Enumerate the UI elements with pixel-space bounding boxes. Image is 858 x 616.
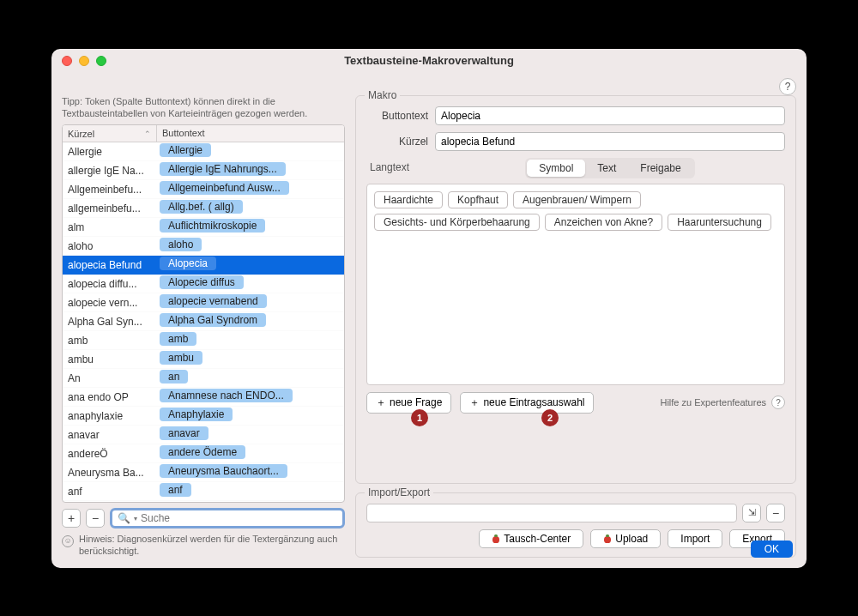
- table-row[interactable]: anavaranavar: [63, 426, 344, 444]
- window-title: Textbausteine-Makroverwaltung: [51, 54, 807, 67]
- traffic-lights: [51, 56, 106, 66]
- buttontext-token[interactable]: anavar: [160, 426, 208, 440]
- neue-frage-button[interactable]: ＋neue Frage: [366, 392, 451, 414]
- buttontext-token[interactable]: alopecie vernabend: [160, 294, 267, 308]
- hint-text: ☺ Hinweis: Diagnosenkürzel werden für di…: [62, 534, 345, 558]
- table-row[interactable]: anaphylaxieAnaphylaxie: [63, 407, 344, 426]
- import-button[interactable]: Import: [668, 529, 722, 548]
- kuerzel-cell: andereÖ: [63, 448, 157, 460]
- langtext-chip[interactable]: Kopfhaut: [448, 191, 508, 208]
- langtext-label: Langtext: [366, 158, 435, 173]
- table-row[interactable]: Alpha Gal Syn...Alpha Gal Syndrom: [63, 312, 344, 331]
- buttontext-cell: Anamnese nach ENDO...: [157, 388, 344, 406]
- tab-text[interactable]: Text: [585, 160, 628, 177]
- buttontext-token[interactable]: amb: [160, 332, 196, 346]
- buttontext-token[interactable]: aloho: [160, 238, 202, 251]
- table-row[interactable]: alopecie vern...alopecie vernabend: [63, 293, 344, 312]
- upload-button[interactable]: Upload: [590, 529, 661, 548]
- expert-help-button[interactable]: ?: [771, 396, 785, 409]
- table-row[interactable]: allgemeinbefu...Allg.bef. ( allg): [63, 199, 344, 218]
- search-input[interactable]: 🔍▾: [110, 508, 345, 528]
- table-row[interactable]: ambamb: [63, 331, 344, 350]
- buttontext-token[interactable]: Allergie: [160, 143, 211, 157]
- buttontext-token[interactable]: Allergie IgE Nahrungs...: [160, 162, 286, 176]
- kuerzel-cell: alopecia Befund: [63, 259, 157, 271]
- table-row[interactable]: allergie IgE Na...Allergie IgE Nahrungs.…: [63, 161, 344, 180]
- ok-button[interactable]: OK: [751, 541, 793, 558]
- tomato-icon: [603, 534, 612, 543]
- buttontext-label: Buttontext: [366, 110, 435, 122]
- kuerzel-cell: ambu: [63, 353, 157, 365]
- plus-icon: ＋: [376, 396, 386, 410]
- table-row[interactable]: anfanf: [63, 482, 344, 501]
- window: Textbausteine-Makroverwaltung ? Tipp: To…: [51, 49, 807, 568]
- buttontext-token[interactable]: Aneurysma Bauchaort...: [160, 464, 287, 478]
- buttontext-cell: Anaphylaxie: [157, 407, 344, 425]
- buttontext-cell: Alopecia: [157, 256, 344, 274]
- remove-button[interactable]: −: [86, 509, 105, 528]
- table-row[interactable]: ambuambu: [63, 350, 344, 369]
- buttontext-token[interactable]: Alpha Gal Syndrom: [160, 313, 266, 327]
- table-row[interactable]: AllergieAllergie: [63, 142, 344, 161]
- help-button[interactable]: ?: [779, 78, 796, 95]
- buttontext-token[interactable]: andere Ödeme: [160, 445, 245, 459]
- langtext-chip[interactable]: Anzeichen von Akne?: [545, 214, 662, 231]
- table-row[interactable]: andereÖandere Ödeme: [63, 444, 344, 463]
- browse-button[interactable]: ⇲: [742, 504, 761, 522]
- langtext-chip[interactable]: Gesichts- und Körperbehaarung: [374, 214, 540, 231]
- table-row[interactable]: almAuflichtmikroskopie: [63, 218, 344, 237]
- table-row[interactable]: alopecia BefundAlopecia: [63, 256, 344, 275]
- kuerzel-cell: Aneurysma Ba...: [63, 467, 157, 479]
- buttontext-token[interactable]: anf: [160, 483, 191, 497]
- langtext-chip[interactable]: Augenbrauen/ Wimpern: [513, 191, 641, 208]
- buttontext-token[interactable]: Auflichtmikroskopie: [160, 219, 265, 233]
- tausch-center-button[interactable]: Tausch-Center: [479, 529, 583, 548]
- table-row[interactable]: Allgemeinbefu...Allgemeinbefund Ausw...: [63, 180, 344, 199]
- makro-group: Makro Buttontext Kürzel Langtext Symbol …: [355, 95, 796, 484]
- left-pane: Tipp: Token (Spalte Buttontext) können d…: [62, 80, 345, 558]
- chevron-down-icon: ▾: [134, 515, 137, 522]
- col-buttontext[interactable]: Buttontext: [157, 125, 344, 142]
- buttontext-token[interactable]: Allg.bef. ( allg): [160, 200, 243, 214]
- buttontext-token[interactable]: Anaphylaxie: [160, 408, 233, 421]
- buttontext-cell: Auflichtmikroskopie: [157, 218, 344, 236]
- buttontext-token[interactable]: an: [160, 370, 188, 383]
- zoom-icon[interactable]: [96, 56, 106, 66]
- buttontext-token[interactable]: Anamnese nach ENDO...: [160, 389, 293, 402]
- table-row[interactable]: ana endo OPAnamnese nach ENDO...: [63, 388, 344, 407]
- buttontext-token[interactable]: Allgemeinbefund Ausw...: [160, 181, 289, 195]
- neue-eintragsauswahl-button[interactable]: ＋neue Eintragsauswahl: [460, 392, 594, 414]
- clear-button[interactable]: −: [766, 504, 785, 522]
- buttontext-input[interactable]: [435, 106, 785, 125]
- langtext-chip[interactable]: Haardichte: [374, 191, 443, 208]
- buttontext-token[interactable]: Alopecia: [160, 257, 216, 270]
- langtext-chip[interactable]: Haaruntersuchung: [668, 214, 771, 231]
- minimize-icon[interactable]: [79, 56, 89, 66]
- table-row[interactable]: alohoaloho: [63, 237, 344, 256]
- buttontext-cell: anavar: [157, 426, 344, 444]
- tomato-icon: [492, 534, 500, 543]
- buttontext-cell: Allergie: [157, 142, 344, 160]
- tip-text: Tipp: Token (Spalte Buttontext) können d…: [62, 95, 345, 120]
- tab-segment: Symbol Text Freigabe: [525, 158, 694, 178]
- table-row[interactable]: alopecia diffu...Alopecie diffus: [63, 275, 344, 293]
- kuerzel-cell: anavar: [63, 429, 157, 441]
- buttontext-token[interactable]: Alopecie diffus: [160, 275, 244, 289]
- expert-help: Hilfe zu Expertenfeatures ?: [660, 396, 785, 409]
- kuerzel-input[interactable]: [435, 132, 785, 151]
- tab-symbol[interactable]: Symbol: [527, 160, 585, 177]
- annotation-1: 1: [411, 409, 428, 426]
- kuerzel-cell: anaphylaxie: [63, 410, 157, 422]
- table-body[interactable]: AllergieAllergieallergie IgE Na...Allerg…: [63, 142, 344, 502]
- table-row[interactable]: Anan: [63, 369, 344, 388]
- add-button[interactable]: +: [62, 509, 81, 528]
- close-icon[interactable]: [62, 56, 72, 66]
- tab-freigabe[interactable]: Freigabe: [628, 160, 692, 177]
- kuerzel-cell: anf: [63, 486, 157, 498]
- col-kuerzel[interactable]: Kürzel⌃: [63, 125, 157, 142]
- titlebar: Textbausteine-Makroverwaltung: [51, 49, 807, 73]
- table-row[interactable]: Aneurysma Ba...Aneurysma Bauchaort...: [63, 463, 344, 482]
- import-path-field[interactable]: [366, 504, 737, 522]
- search-field[interactable]: [141, 512, 337, 524]
- buttontext-token[interactable]: ambu: [160, 351, 202, 365]
